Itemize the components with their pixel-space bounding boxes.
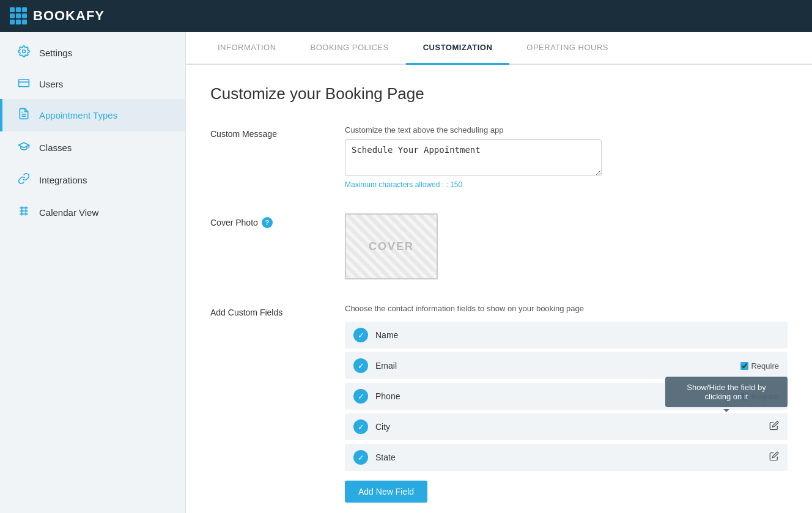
city-field-label: City: [375, 422, 769, 432]
name-field-label: Name: [375, 330, 779, 340]
char-limit-text: Maximum characters allowed : : 150: [345, 180, 788, 189]
page-content: Customize your Booking Page Custom Messa…: [186, 65, 812, 513]
cover-photo-help-icon[interactable]: ?: [262, 217, 273, 228]
city-check-icon: ✓: [353, 419, 368, 434]
phone-check-icon: ✓: [353, 389, 368, 404]
custom-fields-label: Add Custom Fields: [210, 304, 345, 317]
field-row-city[interactable]: ✓ City: [345, 413, 788, 440]
sidebar-item-integrations[interactable]: Integrations: [0, 164, 185, 196]
field-row-phone[interactable]: ✓ Phone Show/Hide the field by clicking …: [345, 383, 788, 410]
city-edit-icon[interactable]: [769, 421, 779, 433]
email-field-label: Email: [375, 361, 740, 371]
svg-point-0: [23, 50, 26, 53]
tab-bar: INFORMATION BOOKING POLICES CUSTOMIZATIO…: [186, 32, 812, 65]
field-row-state[interactable]: ✓ State: [345, 444, 788, 471]
cover-photo-control: COVER: [345, 213, 788, 279]
tab-booking-polices[interactable]: BOOKING POLICES: [293, 32, 406, 65]
sidebar-item-appointment-types[interactable]: Appointment Types: [0, 99, 185, 131]
sidebar: Settings Users Appointment Types Classes: [0, 32, 186, 513]
users-icon: [17, 78, 31, 90]
phone-require-checkbox[interactable]: [740, 393, 748, 400]
sidebar-item-settings[interactable]: Settings: [0, 37, 185, 69]
integrations-icon: [17, 172, 31, 188]
cover-photo-upload[interactable]: COVER: [345, 213, 438, 279]
cover-placeholder-text: COVER: [369, 240, 414, 253]
phone-field-label: Phone: [375, 391, 740, 401]
sidebar-classes-label: Classes: [39, 142, 72, 153]
state-field-label: State: [375, 452, 769, 462]
tab-customization[interactable]: CUSTOMIZATION: [406, 32, 510, 65]
custom-message-desc: Customize the text above the scheduling …: [345, 125, 788, 135]
custom-fields-section: Add Custom Fields Choose the contact inf…: [210, 304, 788, 503]
grid-icon: [10, 7, 27, 24]
email-require-checkbox[interactable]: [740, 362, 748, 370]
state-edit-icon[interactable]: [769, 451, 779, 463]
field-row-name[interactable]: ✓ Name: [345, 322, 788, 349]
phone-require-label[interactable]: Require: [740, 392, 779, 401]
main-content: INFORMATION BOOKING POLICES CUSTOMIZATIO…: [186, 32, 812, 513]
sidebar-users-label: Users: [39, 79, 63, 89]
field-row-email[interactable]: ✓ Email Require: [345, 352, 788, 379]
settings-icon: [17, 45, 31, 61]
custom-message-control: Customize the text above the scheduling …: [345, 125, 788, 189]
tab-operating-hours[interactable]: OPERATING HOURS: [509, 32, 626, 65]
email-require-label[interactable]: Require: [740, 361, 779, 371]
logo-text: BOOKAFY: [33, 8, 105, 24]
classes-icon: [17, 140, 31, 155]
svg-rect-1: [19, 79, 29, 87]
fields-description: Choose the contact information fields to…: [345, 304, 788, 313]
sidebar-appointment-types-label: Appointment Types: [39, 110, 117, 120]
page-title: Customize your Booking Page: [210, 84, 788, 103]
custom-fields-control: Choose the contact information fields to…: [345, 304, 788, 503]
top-nav: BOOKAFY: [0, 0, 812, 32]
sidebar-item-users[interactable]: Users: [0, 69, 185, 99]
custom-message-label: Custom Message: [210, 125, 345, 139]
email-check-icon: ✓: [353, 358, 368, 373]
state-check-icon: ✓: [353, 450, 368, 465]
custom-message-section: Custom Message Customize the text above …: [210, 125, 788, 189]
sidebar-item-classes[interactable]: Classes: [0, 131, 185, 164]
appointment-types-icon: [17, 108, 31, 123]
sidebar-integrations-label: Integrations: [39, 175, 87, 185]
name-check-icon: ✓: [353, 328, 368, 342]
custom-message-input[interactable]: Schedule Your Appointment: [345, 139, 602, 176]
cover-photo-section: Cover Photo ? COVER: [210, 213, 788, 279]
cover-photo-label: Cover Photo ?: [210, 213, 345, 228]
sidebar-calendar-label: Calendar View: [39, 207, 98, 218]
sidebar-settings-label: Settings: [39, 48, 72, 58]
sidebar-item-calendar-view[interactable]: Calendar View: [0, 196, 185, 229]
calendar-view-icon: [17, 205, 31, 220]
tab-information[interactable]: INFORMATION: [201, 32, 293, 65]
logo-area: BOOKAFY: [10, 7, 105, 24]
add-new-field-button[interactable]: Add New Field: [345, 481, 427, 503]
